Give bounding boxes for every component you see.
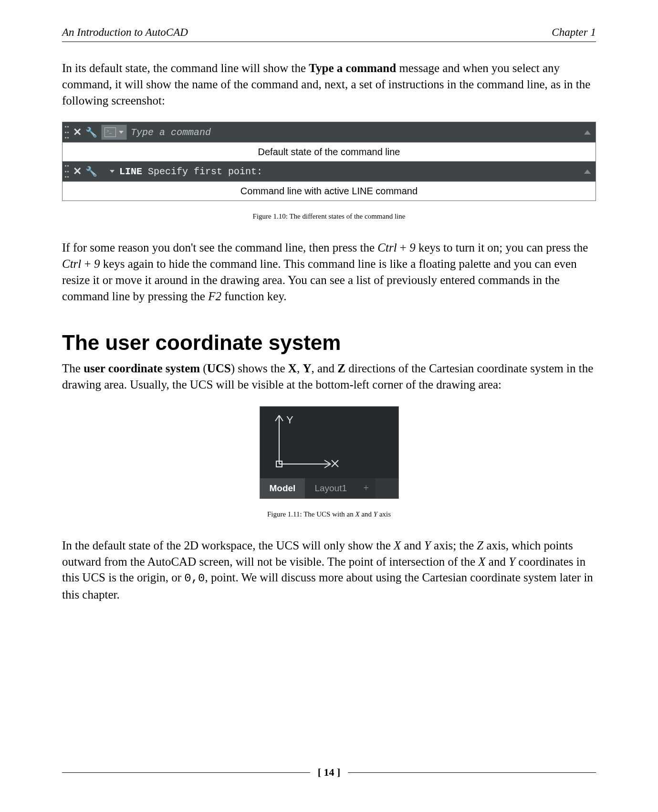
svg-line-5 [324, 464, 331, 468]
page-footer: [ 14 ] [62, 766, 596, 779]
command-active-text[interactable]: LINE Specify first point: [119, 166, 262, 177]
drag-grip-icon[interactable] [64, 126, 71, 139]
command-bar-default: ✕ 🔧 Type a command [63, 122, 595, 142]
svg-line-4 [324, 460, 331, 464]
close-icon[interactable]: ✕ [73, 126, 82, 138]
ucs-viewport: Y [260, 407, 398, 478]
customize-icon[interactable]: 🔧 [85, 127, 97, 138]
figure-label-active: Command line with active LINE command [63, 181, 595, 200]
section-heading: The user coordinate system [62, 331, 596, 355]
customize-icon[interactable]: 🔧 [85, 166, 97, 177]
paragraph-3: The user coordinate system (UCS) shows t… [62, 360, 596, 393]
layout-tabs: Model Layout1 + [260, 478, 398, 498]
command-bar-active: ✕ 🔧 LINE Specify first point: [63, 161, 595, 181]
command-placeholder[interactable]: Type a command [131, 127, 211, 138]
figure-1-11: Y Model Layout1 + [260, 406, 399, 499]
svg-line-2 [279, 415, 283, 421]
chevron-down-icon [119, 131, 124, 134]
figure-1-10-caption: Figure 1.10: The different states of the… [62, 212, 596, 221]
header-right: Chapter 1 [552, 26, 596, 39]
paragraph-2: If for some reason you don't see the com… [62, 240, 596, 304]
expand-up-icon[interactable] [584, 169, 591, 174]
footer-rule-right [348, 772, 596, 773]
command-prompt-dropdown[interactable] [101, 125, 127, 140]
drag-grip-icon[interactable] [64, 165, 71, 178]
prompt-icon [104, 127, 116, 137]
running-header: An Introduction to AutoCAD Chapter 1 [62, 26, 596, 42]
svg-line-1 [275, 415, 279, 421]
paragraph-1: In its default state, the command line w… [62, 60, 596, 108]
close-icon[interactable]: ✕ [73, 165, 82, 178]
ucs-y-label: Y [286, 414, 293, 426]
ucs-axes-icon: Y [260, 407, 398, 478]
chevron-down-icon[interactable] [110, 170, 115, 173]
figure-1-11-caption: Figure 1.11: The UCS with an X and Y axi… [62, 510, 596, 518]
paragraph-4: In the default state of the 2D workspace… [62, 538, 596, 603]
page-number: [ 14 ] [318, 766, 341, 779]
add-layout-button[interactable]: + [356, 478, 376, 498]
page: An Introduction to AutoCAD Chapter 1 In … [0, 0, 658, 812]
tab-layout1[interactable]: Layout1 [305, 478, 356, 498]
expand-up-icon[interactable] [584, 130, 591, 135]
figure-label-default: Default state of the command line [63, 142, 595, 161]
header-left: An Introduction to AutoCAD [62, 26, 188, 39]
figure-1-10: ✕ 🔧 Type a command Default state of the … [62, 122, 596, 201]
footer-rule-left [62, 772, 310, 773]
tab-model[interactable]: Model [260, 478, 305, 498]
